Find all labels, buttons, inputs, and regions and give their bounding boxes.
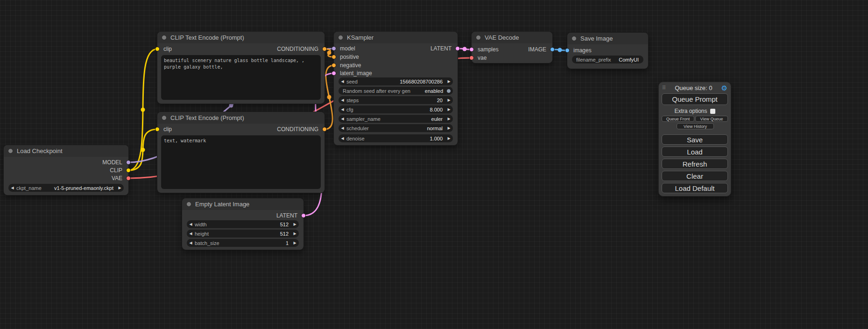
vae-input-port[interactable] [469, 56, 474, 60]
prev-value-arrow-icon[interactable]: ◀ [187, 222, 195, 226]
view-history-button[interactable]: View History [677, 123, 714, 129]
prev-value-arrow-icon[interactable]: ◀ [187, 241, 195, 245]
node-clip-text-encode-negative[interactable]: CLIP Text Encode (Prompt) clip CONDITION… [157, 112, 325, 193]
clip-input-port[interactable] [155, 127, 160, 132]
scheduler-widget[interactable]: ◀ scheduler normal ▶ [339, 124, 453, 132]
next-value-arrow-icon[interactable]: ▶ [445, 107, 453, 112]
node-header[interactable]: CLIP Text Encode (Prompt) [157, 112, 325, 124]
seed-widget[interactable]: ◀ seed 156680208700286 ▶ [339, 77, 453, 85]
model-output-port[interactable] [126, 160, 131, 165]
prev-value-arrow-icon[interactable]: ◀ [339, 107, 346, 112]
cfg-widget[interactable]: ◀ cfg 8.000 ▶ [339, 105, 453, 113]
next-value-arrow-icon[interactable]: ▶ [445, 98, 453, 102]
vae-output-port[interactable] [126, 176, 131, 181]
collapse-dot-icon[interactable] [476, 35, 481, 40]
node-save-image[interactable]: Save Image images filename_prefix ComfyU… [567, 33, 648, 69]
node-header[interactable]: Save Image [567, 33, 648, 44]
conditioning-output-port[interactable] [322, 127, 327, 132]
collapse-dot-icon[interactable] [8, 148, 13, 154]
extra-options-checkbox[interactable] [710, 109, 715, 114]
next-value-arrow-icon[interactable]: ▶ [291, 241, 299, 245]
next-value-arrow-icon[interactable]: ▶ [291, 222, 299, 226]
next-value-arrow-icon[interactable]: ▶ [291, 231, 299, 236]
widget-name: height [195, 231, 209, 237]
node-header[interactable]: KSampler [334, 32, 458, 43]
batch-size-widget[interactable]: ◀ batch_size 1 ▶ [187, 239, 299, 247]
queue-menu-panel[interactable]: ⠿ Queue size: 0 ⚙ Queue Prompt Extra opt… [658, 82, 731, 196]
latent-image-input-port[interactable] [332, 71, 336, 76]
widget-value: 8.000 [353, 107, 445, 112]
latent-output-port[interactable] [455, 46, 460, 51]
prev-value-arrow-icon[interactable]: ◀ [339, 117, 346, 121]
prev-value-arrow-icon[interactable]: ◀ [339, 98, 346, 102]
load-default-button[interactable]: Load Default [662, 183, 728, 193]
node-title: KSampler [347, 34, 374, 41]
load-button[interactable]: Load [662, 147, 728, 157]
height-widget[interactable]: ◀ height 512 ▶ [187, 230, 299, 238]
node-ksampler[interactable]: KSampler model LATENT positive negative … [334, 32, 458, 145]
image-output-label: IMAGE [528, 45, 546, 54]
widget-value: normal [369, 126, 445, 131]
prev-value-arrow-icon[interactable]: ◀ [339, 79, 346, 84]
node-header[interactable]: VAE Decode [472, 32, 552, 43]
images-input-port[interactable] [565, 48, 570, 53]
positive-input-port[interactable] [332, 55, 336, 59]
node-load-checkpoint[interactable]: Load Checkpoint MODEL CLIP VAE ◀ ckpt_na… [4, 145, 128, 195]
save-button[interactable]: Save [662, 134, 728, 145]
collapse-dot-icon[interactable] [572, 36, 577, 41]
next-value-arrow-icon[interactable]: ▶ [445, 79, 453, 84]
model-output-label: MODEL [102, 158, 122, 167]
widget-name: scheduler [346, 126, 369, 131]
collapse-dot-icon[interactable] [162, 35, 167, 40]
clip-output-port[interactable] [126, 168, 131, 173]
node-vae-decode[interactable]: VAE Decode samples IMAGE vae [472, 32, 552, 63]
collapse-dot-icon[interactable] [186, 202, 191, 207]
prompt-textarea[interactable]: beautiful scenery nature glass bottle la… [161, 55, 321, 100]
refresh-button[interactable]: Refresh [662, 159, 728, 169]
steps-widget[interactable]: ◀ steps 20 ▶ [339, 96, 453, 104]
prev-value-arrow-icon[interactable]: ◀ [8, 186, 16, 190]
queue-front-button[interactable]: Queue Front [662, 116, 694, 122]
next-value-arrow-icon[interactable]: ▶ [445, 126, 453, 130]
seed-control-toggle[interactable] [446, 89, 451, 93]
width-widget[interactable]: ◀ width 512 ▶ [187, 220, 299, 228]
collapse-dot-icon[interactable] [338, 35, 343, 40]
settings-gear-icon[interactable]: ⚙ [721, 84, 727, 91]
ckpt-name-widget[interactable]: ◀ ckpt_name v1-5-pruned-emaonly.ckpt ▶ [8, 184, 124, 192]
negative-input-port[interactable] [332, 63, 336, 68]
collapse-dot-icon[interactable] [162, 115, 167, 120]
denoise-widget[interactable]: ◀ denoise 1.000 ▶ [339, 134, 453, 142]
queue-size-label: Queue size: 0 [666, 84, 721, 91]
wire-midpoint-dot [463, 47, 467, 51]
filename-prefix-widget[interactable]: filename_prefix ComfyUI [572, 56, 643, 63]
queue-prompt-button[interactable]: Queue Prompt [662, 93, 728, 105]
seed-control-widget[interactable]: Random seed after every gen enabled [339, 87, 453, 95]
prev-value-arrow-icon[interactable]: ◀ [187, 231, 195, 236]
slot-row: MODEL [4, 158, 128, 167]
image-output-port[interactable] [550, 47, 555, 52]
node-header[interactable]: CLIP Text Encode (Prompt) [157, 32, 325, 43]
slot-row: images [567, 46, 648, 55]
next-value-arrow-icon[interactable]: ▶ [445, 117, 453, 121]
node-clip-text-encode-positive[interactable]: CLIP Text Encode (Prompt) clip CONDITION… [157, 32, 325, 104]
node-empty-latent-image[interactable]: Empty Latent Image LATENT ◀ width 512 ▶ … [182, 198, 303, 250]
next-value-arrow-icon[interactable]: ▶ [116, 186, 124, 190]
prev-value-arrow-icon[interactable]: ◀ [339, 126, 346, 130]
positive-input-label: positive [340, 53, 359, 61]
sampler-name-widget[interactable]: ◀ sampler_name euler ▶ [339, 115, 453, 123]
drag-handle-icon[interactable]: ⠿ [662, 85, 666, 91]
prompt-textarea[interactable]: text, watermark [161, 135, 321, 189]
widget-name: steps [346, 98, 359, 103]
clear-button[interactable]: Clear [662, 171, 728, 181]
conditioning-output-port[interactable] [322, 47, 327, 51]
node-header[interactable]: Load Checkpoint [4, 145, 128, 157]
clip-input-port[interactable] [155, 47, 160, 51]
node-header[interactable]: Empty Latent Image [182, 198, 303, 210]
widget-value: euler [381, 116, 445, 122]
view-queue-button[interactable]: View Queue [695, 116, 728, 122]
samples-input-port[interactable] [469, 47, 474, 52]
prev-value-arrow-icon[interactable]: ◀ [339, 136, 346, 140]
model-input-port[interactable] [332, 46, 336, 51]
next-value-arrow-icon[interactable]: ▶ [445, 136, 453, 140]
latent-output-port[interactable] [301, 213, 306, 218]
